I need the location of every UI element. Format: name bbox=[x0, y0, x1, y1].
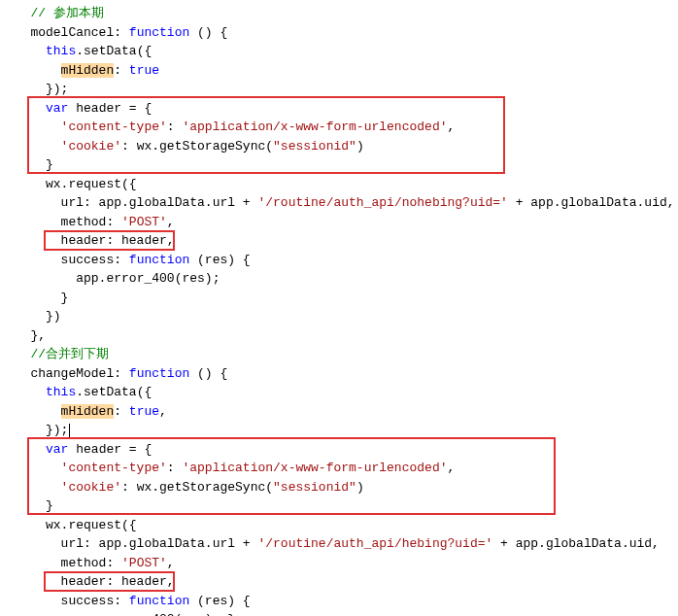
code-line: var header = { bbox=[8, 442, 152, 457]
code-line: mHidden: true bbox=[8, 63, 159, 78]
code-line: method: 'POST', bbox=[8, 556, 175, 570]
code-line: } bbox=[8, 157, 53, 172]
code-line: 'content-type': 'application/x-www-form-… bbox=[8, 120, 455, 134]
code-line: mHidden: true, bbox=[8, 404, 167, 419]
code-line: }); bbox=[8, 423, 70, 437]
code-line: //合并到下期 bbox=[8, 347, 109, 361]
code-line: success: function (res) { bbox=[8, 253, 251, 267]
code-line: 'cookie': wx.getStorageSync("sessionid") bbox=[8, 139, 364, 154]
code-line: 'cookie': wx.getStorageSync("sessionid") bbox=[8, 480, 364, 495]
code-line: } bbox=[8, 291, 68, 305]
code-line: header: header, bbox=[8, 233, 175, 248]
code-line: var header = { bbox=[8, 101, 152, 116]
code-line: url: app.globalData.url + '/routine/auth… bbox=[8, 536, 660, 551]
code-line: }); bbox=[8, 82, 68, 96]
code-line: app.error_400(res); bbox=[8, 271, 220, 286]
code-line: } bbox=[8, 498, 53, 513]
code-line: wx.request({ bbox=[8, 518, 137, 532]
code-line: this.setData({ bbox=[8, 385, 152, 399]
code-line: }) bbox=[8, 309, 61, 324]
comment: // 参加本期 bbox=[30, 6, 103, 20]
code-line: method: 'POST', bbox=[8, 215, 175, 229]
code-line: }, bbox=[8, 328, 46, 343]
code-line: header: header, bbox=[8, 574, 175, 589]
code-line: changeModel: function () { bbox=[8, 366, 227, 381]
code-line: success: function (res) { bbox=[8, 594, 251, 608]
code-line: url: app.globalData.url + '/routine/auth… bbox=[8, 195, 675, 210]
highlighted-property: mHidden bbox=[61, 63, 115, 78]
comment: //合并到下期 bbox=[30, 347, 109, 361]
code-line: 'content-type': 'application/x-www-form-… bbox=[8, 461, 455, 475]
highlighted-property: mHidden bbox=[61, 404, 115, 419]
code-line: // 参加本期 bbox=[8, 6, 104, 20]
code-line: wx.request({ bbox=[8, 177, 137, 191]
code-line: app.error_400(res); } bbox=[8, 612, 235, 616]
code-block: // 参加本期 modelCancel: function () { this.… bbox=[0, 0, 678, 616]
code-line: modelCancel: function () { bbox=[8, 25, 227, 40]
code-line: this.setData({ bbox=[8, 44, 152, 58]
text-cursor bbox=[69, 424, 70, 437]
